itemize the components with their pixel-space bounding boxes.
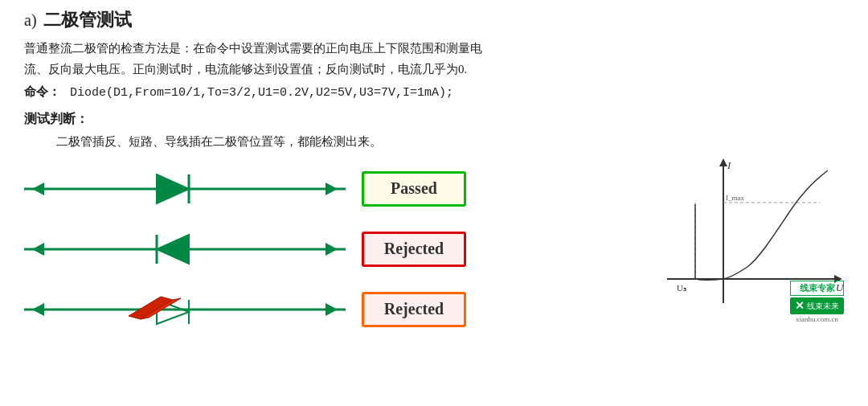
circuit-row-1: Passed [24, 162, 643, 215]
command-line: 命令： Diode(D1,From=10/1,To=3/2,U1=0.2V,U2… [24, 84, 844, 100]
circuit-row-2: Rejected [24, 223, 643, 275]
circuit-svg-1 [24, 165, 346, 213]
watermark: 线束专家 ✕ 线束未来 xianhu.com.cn [790, 281, 844, 323]
status-badge-passed: Passed [362, 171, 466, 207]
judgment-detail: 二极管插反、短路、导线插在二极管位置等，都能检测出来。 [56, 134, 844, 150]
watermark-url: xianhu.com.cn [790, 315, 844, 323]
svg-marker-3 [157, 174, 189, 203]
passed-label: Passed [391, 179, 437, 198]
test-judgment-title: 测试判断： [24, 111, 844, 128]
svg-marker-12 [326, 303, 338, 316]
svg-marker-1 [32, 182, 44, 195]
description-line2: 流、反向最大电压。正向测试时，电流能够达到设置值；反向测试时，电流几乎为0. [24, 63, 467, 76]
section-label-a: a) [24, 11, 37, 30]
section-title: a) 二极管测试 [24, 8, 844, 32]
rejected-label-1: Rejected [384, 240, 444, 258]
watermark-bottom-text: 线束未来 [807, 301, 839, 312]
svg-marker-8 [157, 235, 189, 264]
main-container: a) 二极管测试 普通整流二极管的检查方法是：在命令中设置测试需要的正向电压上下… [0, 0, 868, 406]
command-text: Diode(D1,From=10/1,To=3/2,U1=0.2V,U2=5V,… [70, 86, 453, 100]
svg-marker-6 [32, 243, 44, 256]
svg-marker-2 [326, 182, 338, 195]
section-title-text: 二极管测试 [43, 8, 132, 32]
chart-container: I U U₃ I_max 线束专家 [659, 154, 844, 323]
circuit-row-3: Rejected [24, 283, 643, 335]
svg-text:I: I [727, 159, 731, 171]
circuit-svg-3 [24, 285, 346, 334]
watermark-logo: ✕ 线束未来 [790, 297, 844, 314]
svg-marker-11 [32, 303, 44, 316]
rejected-label-2: Rejected [384, 300, 444, 318]
description-block: 普通整流二极管的检查方法是：在命令中设置测试需要的正向电压上下限范围和测量电 流… [24, 39, 844, 80]
description-line1: 普通整流二极管的检查方法是：在命令中设置测试需要的正向电压上下限范围和测量电 [24, 42, 482, 55]
svg-marker-7 [326, 243, 338, 256]
status-badge-rejected-2: Rejected [362, 292, 466, 327]
diagrams-row: Passed [24, 162, 844, 335]
svg-marker-19 [719, 158, 727, 166]
svg-text:I_max: I_max [726, 194, 744, 202]
command-label: 命令： [24, 84, 60, 100]
circuit-svg-2 [24, 225, 346, 273]
watermark-top: 线束专家 [790, 281, 844, 296]
status-badge-rejected-1: Rejected [362, 232, 466, 267]
circuit-diagrams: Passed [24, 162, 643, 335]
svg-text:U₃: U₃ [677, 283, 686, 293]
